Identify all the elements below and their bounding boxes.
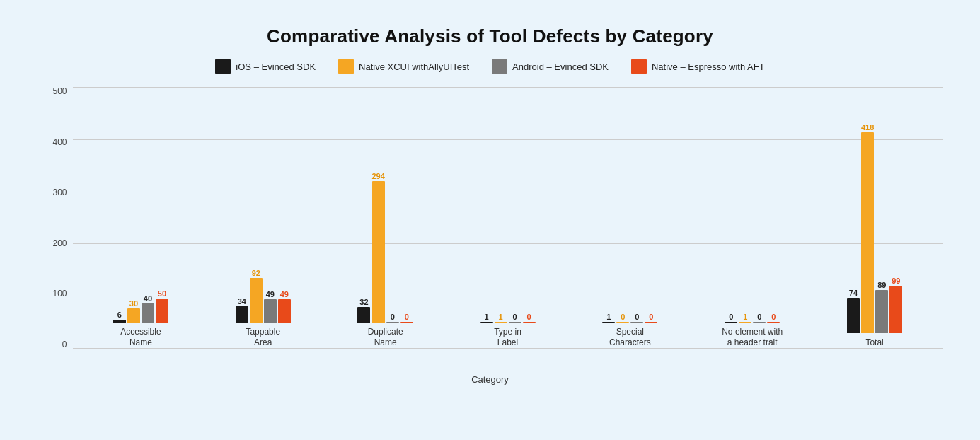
bar-wrap-6-3: 99 (889, 277, 902, 333)
bar-wrap-0-1: 30 (127, 299, 140, 323)
category-group-5: 0100No element witha header trait (691, 313, 814, 349)
bar-wrap-0-2: 40 (142, 294, 154, 323)
bars-row-4: 1000 (602, 313, 657, 323)
bars-row-1: 34924949 (236, 269, 291, 323)
category-group-3: 1100Type inLabel (446, 313, 569, 349)
legend-color-xcui (338, 59, 354, 74)
bar-value-5-2: 0 (757, 313, 761, 321)
bars-row-0: 6304050 (113, 289, 168, 323)
bar-2-3 (400, 322, 413, 323)
bar-value-6-1: 418 (861, 123, 874, 132)
bar-5-0 (725, 322, 737, 323)
bar-value-1-0: 34 (238, 297, 246, 306)
bar-6-3 (889, 286, 902, 333)
bar-wrap-4-2: 0 (630, 313, 643, 323)
category-group-0: 6304050AccessibleName (80, 289, 202, 349)
category-group-6: 744188999Total (814, 123, 936, 349)
bar-value-3-0: 1 (484, 313, 488, 321)
bar-wrap-2-2: 0 (386, 313, 399, 323)
bar-0-3 (156, 299, 168, 323)
chart-container: Comparative Analysis of Tool Defects by … (16, 11, 964, 429)
legend-label-ios: iOS – Evinced SDK (236, 62, 316, 72)
legend-item-xcui: Native XCUI withAllyUITest (338, 59, 469, 74)
category-group-2: 3229400DuplicateName (324, 172, 446, 349)
bar-5-1 (739, 322, 751, 323)
bar-value-0-1: 30 (129, 299, 138, 308)
bar-3-2 (509, 322, 521, 323)
bar-value-4-1: 0 (621, 313, 625, 321)
y-tick-400: 400 (52, 138, 67, 146)
cat-label-1: TappableArea (246, 327, 280, 349)
bar-wrap-4-3: 0 (645, 313, 657, 323)
bar-wrap-3-2: 0 (509, 313, 521, 323)
bar-value-3-1: 1 (498, 313, 502, 321)
bar-wrap-5-2: 0 (753, 313, 766, 323)
bar-value-2-2: 0 (391, 313, 395, 321)
bar-wrap-1-3: 49 (278, 290, 291, 323)
y-tick-100: 100 (52, 289, 67, 298)
bar-wrap-5-1: 1 (739, 313, 751, 323)
legend-color-android (492, 59, 507, 74)
bar-wrap-2-0: 32 (357, 298, 370, 323)
bar-value-2-0: 32 (359, 298, 368, 306)
bars-area: 6304050AccessibleName34924949TappableAre… (73, 87, 943, 349)
bar-wrap-4-0: 1 (602, 313, 615, 323)
bar-value-5-1: 1 (743, 313, 747, 321)
bar-wrap-6-2: 89 (875, 281, 888, 333)
bar-4-2 (630, 322, 643, 323)
bar-5-2 (753, 322, 766, 323)
bar-6-1 (861, 132, 874, 333)
bar-wrap-0-0: 6 (113, 311, 126, 323)
bar-wrap-6-1: 418 (861, 123, 874, 333)
bar-value-5-3: 0 (771, 313, 776, 321)
bar-1-0 (236, 306, 248, 323)
category-group-4: 1000SpecialCharacters (569, 313, 691, 349)
bars-row-3: 1100 (480, 313, 536, 323)
bar-value-6-0: 74 (849, 289, 858, 297)
bars-row-6: 744188999 (847, 123, 902, 333)
cat-label-5: No element witha header trait (722, 327, 783, 349)
cat-label-2: DuplicateName (368, 327, 403, 349)
chart-plot: 6304050AccessibleName34924949TappableAre… (73, 87, 943, 370)
bar-3-3 (523, 322, 536, 323)
bar-6-0 (847, 298, 860, 333)
legend-item-espresso: Native – Espresso with AFT (631, 59, 765, 74)
bar-wrap-4-1: 0 (616, 313, 629, 323)
bar-1-1 (250, 278, 263, 323)
legend-label-espresso: Native – Espresso with AFT (652, 62, 765, 72)
bar-wrap-1-1: 92 (250, 269, 263, 323)
x-axis-label: Category (38, 374, 943, 385)
bar-value-0-2: 40 (144, 294, 152, 303)
bars-row-5: 0100 (725, 313, 780, 323)
bar-1-3 (278, 299, 291, 323)
bar-4-3 (645, 322, 657, 323)
y-tick-200: 200 (52, 239, 67, 248)
category-group-1: 34924949TappableArea (202, 269, 324, 349)
bar-value-0-3: 50 (158, 289, 166, 298)
y-tick-500: 500 (52, 87, 67, 95)
legend-label-android: Android – Evinced SDK (512, 62, 609, 72)
bar-wrap-5-3: 0 (767, 313, 780, 323)
bar-value-3-3: 0 (526, 313, 531, 321)
bar-2-0 (357, 307, 370, 323)
bar-4-1 (616, 322, 629, 323)
bar-value-4-0: 1 (606, 313, 611, 321)
bar-1-2 (264, 299, 277, 323)
bar-value-6-2: 89 (877, 281, 886, 289)
bar-2-1 (372, 181, 385, 323)
bar-3-1 (495, 322, 507, 323)
bar-6-2 (875, 290, 888, 333)
bar-value-2-1: 294 (371, 172, 384, 180)
cat-label-4: SpecialCharacters (609, 327, 651, 349)
legend-color-ios (215, 59, 231, 74)
bar-wrap-2-3: 0 (400, 313, 413, 323)
bar-wrap-1-0: 34 (236, 297, 248, 323)
bar-wrap-3-3: 0 (523, 313, 536, 323)
y-tick-300: 300 (52, 188, 67, 197)
legend-item-android: Android – Evinced SDK (492, 59, 609, 74)
bar-0-0 (113, 320, 126, 323)
bar-wrap-2-1: 294 (371, 172, 384, 323)
bar-value-0-0: 6 (117, 311, 122, 319)
bar-2-2 (386, 322, 399, 323)
legend: iOS – Evinced SDK Native XCUI withAllyUI… (38, 59, 943, 74)
